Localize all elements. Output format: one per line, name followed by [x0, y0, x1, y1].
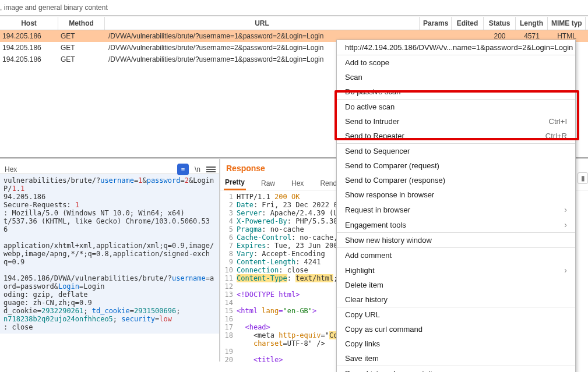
menu-item[interactable]: Scan	[337, 70, 575, 84]
menu-item[interactable]: Save item	[337, 351, 575, 366]
menu-item[interactable]: Show new history window	[337, 233, 575, 247]
menu-item[interactable]: Send to RepeaterCtrl+R	[337, 129, 575, 143]
th-host[interactable]: Host	[0, 17, 58, 30]
menu-item[interactable]: Send to Comparer (request)	[337, 158, 575, 173]
menu-item[interactable]: Copy as curl command	[337, 322, 575, 336]
menu-item[interactable]: Engagement tools	[337, 217, 575, 232]
menu-item[interactable]: Delete item	[337, 278, 575, 292]
inspector-toggle-icon[interactable]: ≡	[177, 164, 189, 175]
request-body[interactable]: vulnerabilities/brute/?username=1&passwo…	[0, 174, 219, 334]
menu-item[interactable]: Copy links	[337, 336, 575, 351]
menu-item[interactable]: Show response in browser	[337, 187, 575, 202]
menu-item[interactable]: Send to Sequencer	[337, 144, 575, 158]
menu-item[interactable]: Request in browser	[337, 202, 575, 217]
th-mime[interactable]: MIME typ	[548, 17, 586, 30]
menu-item[interactable]: Do passive scan	[337, 84, 575, 99]
hamburger-icon[interactable]	[206, 166, 216, 172]
th-url[interactable]: URL	[105, 17, 420, 30]
tab-hex[interactable]: Hex	[3, 163, 18, 176]
menu-item[interactable]: Do active scan	[337, 100, 575, 114]
th-method[interactable]: Method	[58, 17, 105, 30]
th-length[interactable]: Length	[516, 17, 548, 30]
menu-item[interactable]: Add to scope	[337, 55, 575, 70]
context-menu[interactable]: http://42.194.205.186/DVWA/v...name=1&pa…	[336, 40, 576, 372]
menu-item[interactable]: Copy URL	[337, 307, 575, 322]
tab-hex-resp[interactable]: Hex	[290, 177, 305, 190]
tab-pretty[interactable]: Pretty	[224, 176, 246, 190]
th-params[interactable]: Params	[420, 17, 452, 30]
side-tool-icon[interactable]: ▮	[578, 172, 588, 184]
context-menu-target-url: http://42.194.205.186/DVWA/v...name=1&pa…	[337, 40, 575, 55]
menu-item[interactable]: Send to Comparer (response)	[337, 173, 575, 187]
th-edited[interactable]: Edited	[452, 17, 484, 30]
menu-item[interactable]: Highlight	[337, 263, 575, 278]
filter-caption: , image and general binary content	[0, 0, 588, 16]
request-pane: Hex ≡ \n vulnerabilities/brute/?username…	[0, 159, 220, 362]
table-header-row: Host Method URL Params Edited Status Len…	[0, 16, 588, 30]
tab-raw[interactable]: Raw	[260, 177, 276, 190]
menu-item[interactable]: Clear history	[337, 292, 575, 307]
menu-item[interactable]: Add comment	[337, 248, 575, 263]
newline-toggle[interactable]: \n	[195, 165, 200, 173]
menu-item[interactable]: Proxy history documentation	[337, 366, 575, 372]
th-status[interactable]: Status	[484, 17, 516, 30]
tab-render[interactable]: Rend	[319, 177, 338, 190]
menu-item[interactable]: Send to IntruderCtrl+I	[337, 114, 575, 129]
